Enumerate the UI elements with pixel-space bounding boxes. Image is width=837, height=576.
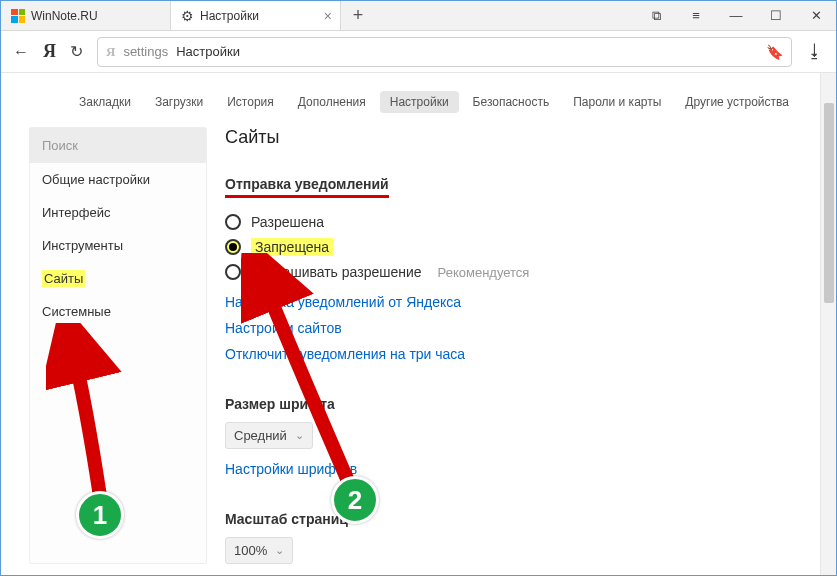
settings-page: Закладки Загрузки История Дополнения Нас… — [1, 73, 820, 575]
reload-button[interactable]: ↻ — [70, 42, 83, 61]
omnibox-text: Настройки — [176, 44, 240, 59]
radio-label: Запрещена — [251, 238, 333, 256]
settings-topnav: Закладки Загрузки История Дополнения Нас… — [1, 73, 820, 127]
zoom-select[interactable]: 100% ⌄ — [225, 537, 293, 564]
font-section: Размер шрифта Средний ⌄ Настройки шрифто… — [225, 396, 800, 477]
omnibox-prefix: settings — [123, 44, 168, 59]
sidebar-item-tools[interactable]: Инструменты — [30, 229, 206, 262]
minimize-button[interactable]: — — [716, 1, 756, 30]
tab-settings[interactable]: ⚙ Настройки × — [171, 1, 341, 30]
link-yandex-notif[interactable]: Настройка уведомлений от Яндекса — [225, 294, 800, 310]
window-titlebar: WinNote.RU ⚙ Настройки × + ⧉ ≡ — ☐ ✕ — [1, 1, 836, 31]
scrollbar[interactable] — [820, 73, 836, 575]
radio-label: Запрашивать разрешение — [251, 264, 422, 280]
font-size-select[interactable]: Средний ⌄ — [225, 422, 313, 449]
reader-mode-icon[interactable]: ⧉ — [636, 1, 676, 30]
recommended-label: Рекомендуется — [438, 265, 530, 280]
radio-label: Разрешена — [251, 214, 324, 230]
browser-toolbar: ← Я ↻ Я settings Настройки 🔖 ⭳ — [1, 31, 836, 73]
menu-icon[interactable]: ≡ — [676, 1, 716, 30]
back-button[interactable]: ← — [13, 43, 29, 61]
topnav-addons[interactable]: Дополнения — [288, 91, 376, 113]
page-title: Сайты — [225, 127, 800, 148]
settings-panel: Сайты Отправка уведомлений Разрешена Зап… — [225, 127, 820, 564]
yandex-small-icon: Я — [106, 44, 115, 60]
gear-icon: ⚙ — [181, 9, 194, 23]
downloads-button[interactable]: ⭳ — [806, 41, 824, 62]
topnav-bookmarks[interactable]: Закладки — [69, 91, 141, 113]
notification-links: Настройка уведомлений от Яндекса Настрой… — [225, 294, 800, 362]
sidebar-item-general[interactable]: Общие настройки — [30, 163, 206, 196]
topnav-history[interactable]: История — [217, 91, 284, 113]
window-controls: ⧉ ≡ — ☐ ✕ — [636, 1, 836, 30]
close-icon[interactable]: × — [324, 9, 332, 23]
bookmark-icon[interactable]: 🔖 — [766, 44, 783, 60]
new-tab-button[interactable]: + — [341, 1, 375, 30]
radio-allowed[interactable]: Разрешена — [225, 210, 800, 234]
topnav-settings[interactable]: Настройки — [380, 91, 459, 113]
notifications-title: Отправка уведомлений — [225, 176, 389, 198]
zoom-title: Масштаб страниц — [225, 511, 800, 527]
link-mute-3h[interactable]: Отключить уведомления на три часа — [225, 346, 800, 362]
topnav-other-devices[interactable]: Другие устройства — [675, 91, 799, 113]
zoom-section: Масштаб страниц 100% ⌄ — [225, 511, 800, 564]
content-area: Закладки Загрузки История Дополнения Нас… — [1, 73, 836, 575]
tab-title: WinNote.RU — [31, 9, 98, 23]
chevron-down-icon: ⌄ — [295, 429, 304, 442]
address-bar[interactable]: Я settings Настройки 🔖 — [97, 37, 792, 67]
font-title: Размер шрифта — [225, 396, 800, 412]
link-site-settings[interactable]: Настройки сайтов — [225, 320, 800, 336]
scrollbar-thumb[interactable] — [824, 103, 834, 303]
topnav-passwords[interactable]: Пароли и карты — [563, 91, 671, 113]
close-window-button[interactable]: ✕ — [796, 1, 836, 30]
radio-icon — [225, 214, 241, 230]
topnav-security[interactable]: Безопасность — [463, 91, 560, 113]
tab-title: Настройки — [200, 9, 259, 23]
yandex-home-button[interactable]: Я — [43, 41, 56, 62]
radio-denied[interactable]: Запрещена — [225, 234, 800, 260]
chevron-down-icon: ⌄ — [275, 544, 284, 557]
notifications-section: Отправка уведомлений Разрешена Запрещена… — [225, 176, 800, 362]
sidebar-item-sites[interactable]: Сайты — [30, 262, 206, 295]
radio-icon — [225, 264, 241, 280]
topnav-downloads[interactable]: Загрузки — [145, 91, 213, 113]
radio-icon — [225, 239, 241, 255]
maximize-button[interactable]: ☐ — [756, 1, 796, 30]
tab-winnote[interactable]: WinNote.RU — [1, 1, 171, 30]
sidebar-item-system[interactable]: Системные — [30, 295, 206, 328]
settings-sidebar: Поиск Общие настройки Интерфейс Инструме… — [29, 127, 207, 564]
sidebar-item-interface[interactable]: Интерфейс — [30, 196, 206, 229]
sidebar-search[interactable]: Поиск — [30, 128, 206, 163]
windows-logo-icon — [11, 9, 25, 23]
link-font-settings[interactable]: Настройки шрифтов — [225, 461, 357, 477]
radio-ask[interactable]: Запрашивать разрешение Рекомендуется — [225, 260, 800, 284]
select-value: Средний — [234, 428, 287, 443]
select-value: 100% — [234, 543, 267, 558]
